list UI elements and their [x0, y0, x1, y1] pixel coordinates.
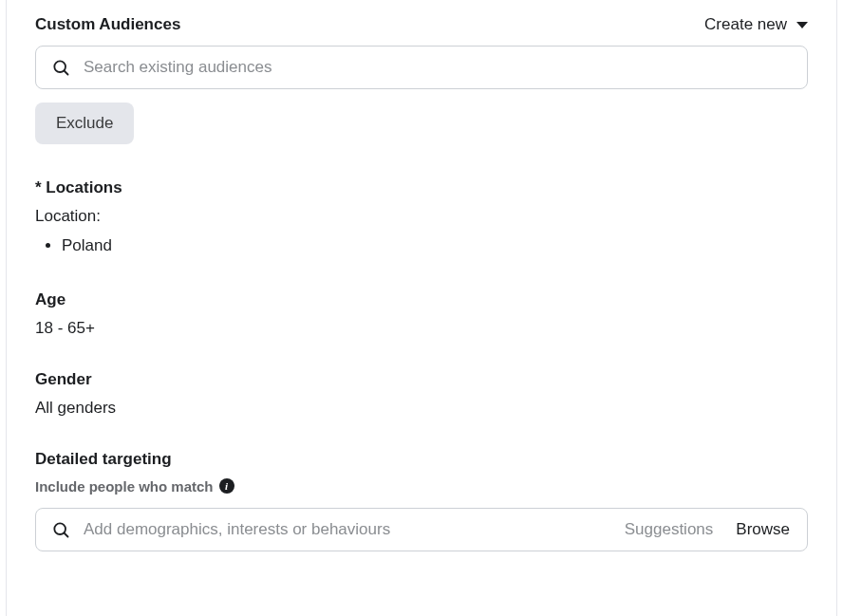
- locations-section: * Locations Location: Poland: [35, 178, 808, 258]
- locations-heading: * Locations: [35, 178, 808, 197]
- custom-audiences-header: Custom Audiences Create new: [35, 15, 808, 34]
- detailed-targeting-input[interactable]: [84, 520, 611, 539]
- location-item: Poland: [62, 233, 808, 258]
- search-icon: [51, 520, 70, 539]
- include-people-label: Include people who match: [35, 478, 214, 495]
- exclude-button[interactable]: Exclude: [35, 103, 134, 144]
- create-new-label: Create new: [704, 15, 787, 34]
- detailed-targeting-section: Detailed targeting Include people who ma…: [35, 450, 808, 551]
- audience-search-box[interactable]: [35, 46, 808, 89]
- exclude-button-label: Exclude: [56, 114, 113, 133]
- detailed-targeting-box[interactable]: Suggestions Browse: [35, 508, 808, 551]
- browse-link[interactable]: Browse: [736, 520, 790, 539]
- location-label: Location:: [35, 207, 808, 226]
- svg-line-1: [65, 71, 68, 75]
- create-new-dropdown[interactable]: Create new: [704, 15, 808, 34]
- info-icon[interactable]: i: [219, 478, 234, 494]
- age-value: 18 - 65+: [35, 319, 808, 338]
- custom-audiences-heading: Custom Audiences: [35, 15, 180, 34]
- detailed-targeting-heading: Detailed targeting: [35, 450, 808, 469]
- suggestions-link[interactable]: Suggestions: [625, 520, 714, 539]
- age-heading: Age: [35, 290, 808, 309]
- caret-down-icon: [796, 22, 808, 28]
- age-section: Age 18 - 65+: [35, 290, 808, 338]
- locations-list: Poland: [35, 233, 808, 258]
- gender-value: All genders: [35, 399, 808, 418]
- include-people-row: Include people who match i: [35, 478, 808, 495]
- search-icon: [51, 58, 70, 77]
- gender-section: Gender All genders: [35, 370, 808, 418]
- audience-panel: Custom Audiences Create new Exclude * Lo…: [6, 0, 837, 616]
- svg-line-3: [65, 532, 68, 536]
- gender-heading: Gender: [35, 370, 808, 389]
- audience-search-input[interactable]: [84, 58, 792, 77]
